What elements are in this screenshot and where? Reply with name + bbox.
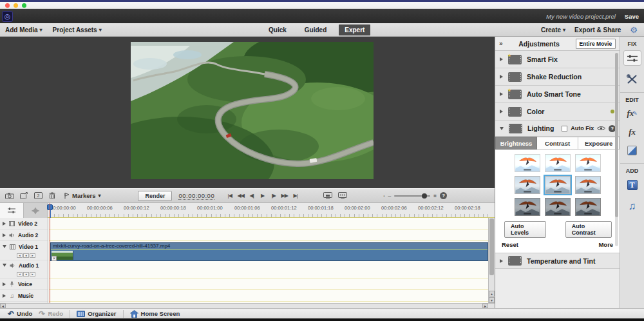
trash-icon[interactable]: [45, 192, 59, 199]
keyframe-prev-button[interactable]: ◂: [17, 272, 23, 277]
reset-button[interactable]: Reset: [502, 241, 518, 248]
entire-movie-button[interactable]: Entire Movie: [576, 39, 616, 49]
scroll-left-button[interactable]: ◂: [0, 304, 6, 308]
lighting-row[interactable]: Lighting Auto Fix ?: [495, 121, 620, 137]
zoom-slider-handle[interactable]: [422, 193, 427, 199]
undo-button[interactable]: ↶ Undo: [8, 310, 32, 318]
expand-track-icon[interactable]: [3, 222, 6, 226]
tab-expert[interactable]: Expert: [339, 24, 370, 35]
auto-fix-checkbox[interactable]: [562, 126, 567, 131]
timeline-vertical-scrollbar[interactable]: ▴ ▾: [488, 218, 495, 303]
video-clip[interactable]: mixkit-curvy-road-on-a-tree-covered-hill…: [50, 242, 488, 261]
create-menu[interactable]: Create▾: [541, 26, 565, 34]
clip-fx-badge[interactable]: ✕: [52, 256, 57, 261]
tab-exposure[interactable]: Exposure: [578, 137, 620, 150]
track-header-audio2[interactable]: Audio 2: [0, 229, 48, 241]
adjust-tool-button[interactable]: [623, 50, 641, 66]
scrollbar-thumb[interactable]: [615, 53, 618, 217]
lighting-thumb[interactable]: [575, 176, 601, 194]
audio-mix-monitor-icon[interactable]: [338, 192, 347, 199]
rewind-button[interactable]: ◀◀: [236, 193, 245, 199]
lighting-thumb[interactable]: [515, 154, 540, 172]
lighting-thumb[interactable]: [575, 154, 601, 172]
effects-button[interactable]: fx: [629, 127, 636, 137]
auto-contrast-button[interactable]: Auto Contrast: [565, 221, 612, 238]
zoom-window-button[interactable]: [22, 3, 26, 8]
gear-icon[interactable]: ⚙: [630, 25, 638, 35]
keyframe-prev-button[interactable]: ◂: [17, 253, 23, 258]
lane-video2[interactable]: [49, 218, 488, 229]
more-button[interactable]: More: [598, 241, 613, 248]
expand-track-icon[interactable]: [3, 282, 6, 286]
zoom-minus-icon[interactable]: –: [388, 193, 391, 199]
step-forward-button[interactable]: |▶: [269, 193, 278, 199]
timeline-zoom-slider[interactable]: [394, 195, 430, 197]
export-share-button[interactable]: Export & Share: [574, 26, 621, 34]
lighting-thumb[interactable]: [545, 154, 571, 172]
redo-button[interactable]: ↷ Redo: [39, 310, 63, 318]
lighting-thumb[interactable]: [575, 198, 601, 216]
zoom-fit-icon[interactable]: ■: [433, 193, 437, 199]
expand-section-icon[interactable]: [500, 92, 503, 96]
collapse-track-icon[interactable]: [3, 245, 6, 248]
music-button[interactable]: ♫: [629, 200, 636, 212]
scroll-up-button[interactable]: ▴: [489, 291, 495, 297]
fast-forward-button[interactable]: ▶▶: [279, 193, 289, 199]
full-screen-monitor-icon[interactable]: [323, 192, 332, 199]
tab-guided[interactable]: Guided: [299, 24, 332, 35]
scrollbar-thumb[interactable]: [489, 219, 494, 275]
transitions-button[interactable]: [627, 146, 637, 155]
zoom-out-icon[interactable]: ▪: [383, 194, 384, 198]
expand-track-icon[interactable]: [3, 294, 6, 298]
track-settings-tab[interactable]: [0, 203, 24, 218]
expand-section-icon[interactable]: [500, 110, 503, 113]
lighting-thumb[interactable]: [515, 198, 540, 216]
scroll-right-button[interactable]: ▸: [482, 304, 488, 308]
step-back-button[interactable]: ◀|: [247, 193, 256, 199]
play-button[interactable]: ▶: [258, 193, 267, 199]
selection-tool-tab[interactable]: [24, 203, 48, 218]
temperature-tint-row[interactable]: Temperature and Tint: [495, 253, 620, 269]
timecode-display[interactable]: 00:00:00:00: [178, 192, 214, 200]
expand-section-icon[interactable]: [500, 57, 503, 61]
keyframe-add-button[interactable]: ●: [23, 253, 29, 258]
close-window-button[interactable]: [5, 3, 10, 8]
home-screen-button[interactable]: Home Screen: [130, 310, 180, 318]
keyframe-add-button[interactable]: ●: [23, 272, 29, 277]
track-header-video1[interactable]: Video 1 ◂ ● ▸: [0, 241, 48, 260]
lane-music[interactable]: [49, 290, 488, 302]
organizer-button[interactable]: Organizer: [77, 310, 116, 317]
lighting-thumb[interactable]: [545, 198, 571, 216]
lighting-thumb[interactable]: [515, 176, 540, 194]
expand-section-icon[interactable]: [500, 259, 503, 263]
render-button[interactable]: Render: [138, 191, 172, 201]
lane-audio1[interactable]: [49, 260, 488, 278]
tab-contrast[interactable]: Contrast: [537, 137, 578, 150]
lighting-thumb[interactable]: [545, 176, 571, 194]
tools-button[interactable]: [627, 74, 638, 84]
panel-scrollbar[interactable]: [615, 53, 618, 246]
tab-quick[interactable]: Quick: [263, 24, 292, 35]
track-header-audio1[interactable]: Audio 1 ◂ ● ▸: [0, 260, 48, 278]
tab-brightness[interactable]: Brightness: [495, 137, 537, 150]
help-icon[interactable]: ?: [440, 192, 447, 199]
timeline-horizontal-scrollbar[interactable]: ◂ ▸: [0, 303, 495, 308]
playhead-line[interactable]: [50, 203, 50, 303]
lane-voice[interactable]: [49, 278, 488, 290]
slideshow-icon[interactable]: 2: [31, 192, 45, 199]
visibility-eye-icon[interactable]: [597, 126, 605, 131]
go-to-end-button[interactable]: ▶|: [290, 193, 300, 199]
go-to-start-button[interactable]: |◀: [225, 193, 234, 199]
expand-track-icon[interactable]: [3, 233, 6, 237]
collapse-section-icon[interactable]: [500, 127, 504, 130]
snapshot-camera-icon[interactable]: [3, 193, 17, 199]
collapse-track-icon[interactable]: [3, 264, 6, 267]
add-media-menu[interactable]: Add Media▾: [5, 26, 43, 34]
scroll-down-button[interactable]: ▾: [489, 297, 495, 303]
track-header-voice[interactable]: Voice: [0, 278, 48, 290]
grab-frame-icon[interactable]: [17, 192, 31, 199]
titles-text-button[interactable]: T: [627, 180, 638, 190]
minimize-window-button[interactable]: [14, 3, 18, 8]
timeline-ruler[interactable]: 00:00:00:00 00:00:00:06 00:00:00:12 00:0…: [0, 203, 495, 218]
markers-menu[interactable]: Markers ▾: [64, 192, 100, 199]
